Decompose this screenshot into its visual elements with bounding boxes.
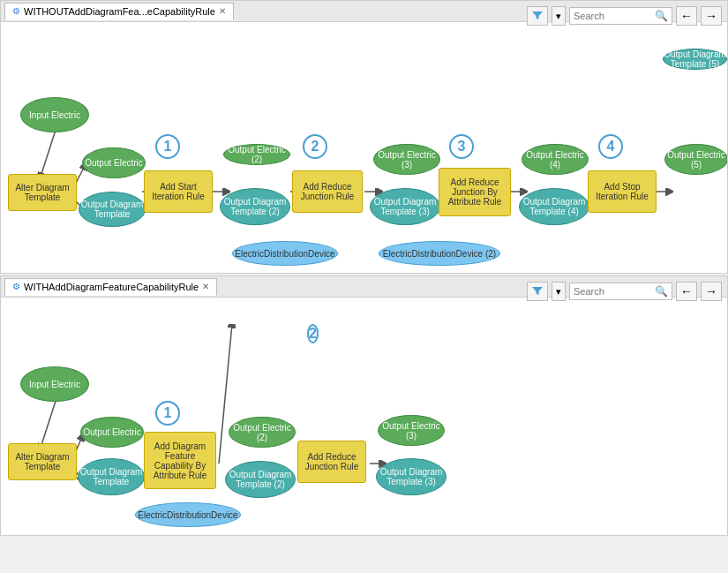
output-diagram-4-node[interactable]: Output Diagram Template (4)	[519, 188, 589, 225]
step-1-badge: 1	[155, 134, 180, 159]
add-stop-node[interactable]: Add Stop Iteration Rule	[588, 170, 657, 213]
b-output-diagram-2-node[interactable]: Output Diagram Template (2)	[225, 461, 296, 498]
step-4-badge: 4	[598, 134, 623, 159]
search-icon[interactable]: 🔍	[655, 10, 668, 22]
elec-dist-1-node[interactable]: ElectricDistributionDevice	[232, 241, 338, 266]
bottom-filter-button[interactable]	[527, 282, 548, 301]
output-electric-1-node[interactable]: Output Electric	[82, 147, 146, 178]
b-alter-diagram-node[interactable]: Alter Diagram Template	[8, 443, 77, 480]
b-input-electric-node[interactable]: Input Electric	[20, 366, 89, 402]
b-output-diagram-1-node[interactable]: Output Diagram Template	[78, 458, 145, 495]
top-panel: ⚙ WITHOUTAddDiagramFea...eCapabilityRule…	[0, 0, 728, 274]
top-toolbar: ▾ 🔍 ← →	[527, 6, 722, 26]
b-step-2-badge: 2	[307, 324, 319, 343]
bottom-canvas: Input Electric Alter Diagram Template Ou…	[1, 324, 727, 536]
b-step-1-badge: 1	[155, 401, 180, 426]
b-add-feat-node[interactable]: Add Diagram Feature Capability By Attrib…	[144, 432, 216, 489]
step-3-badge: 3	[449, 134, 474, 159]
top-tab-label: WITHOUTAddDiagramFea...eCapabilityRule	[24, 6, 215, 17]
output-electric-3-node[interactable]: Output Electric (3)	[373, 144, 440, 175]
top-tab[interactable]: ⚙ WITHOUTAddDiagramFea...eCapabilityRule…	[4, 3, 234, 20]
output-electric-5-node[interactable]: Output Electric (5)	[664, 144, 727, 175]
output-diagram-3-node[interactable]: Output Diagram Template (3)	[370, 188, 440, 225]
top-search-input[interactable]	[574, 11, 653, 21]
b-elec-dist-node[interactable]: ElectricDistributionDevice	[135, 502, 241, 527]
bottom-panel: ⚙ WITHAddDiagramFeatureCapabilityRule ✕ …	[0, 275, 728, 536]
bottom-search-input[interactable]	[574, 286, 653, 297]
output-diagram-2-node[interactable]: Output Diagram Template (2)	[220, 188, 290, 225]
bottom-toolbar: ▾ 🔍 ← →	[527, 282, 722, 301]
alter-diagram-node[interactable]: Alter Diagram Template	[8, 174, 77, 211]
bottom-search-icon[interactable]: 🔍	[655, 285, 668, 298]
top-nav-back[interactable]: ←	[676, 6, 697, 26]
top-search-box: 🔍	[569, 7, 672, 25]
filter-button[interactable]	[527, 6, 548, 26]
output-diagram-1-node[interactable]: Output Diagram Template	[79, 192, 146, 227]
bottom-tab-close[interactable]: ✕	[202, 282, 209, 291]
output-electric-4-node[interactable]: Output Electric (4)	[522, 144, 589, 175]
output-diagram-5-node[interactable]: Output Diagram Template (5)	[663, 49, 727, 70]
b-output-electric-2-node[interactable]: Output Electric (2)	[229, 417, 296, 448]
b-output-electric-3-node[interactable]: Output Electric (3)	[378, 415, 445, 446]
elec-dist-2-node[interactable]: ElectricDistributionDevice (2)	[379, 241, 500, 266]
bottom-nav-back[interactable]: ←	[676, 282, 697, 301]
step-2-badge: 2	[303, 134, 327, 159]
bottom-filter-dropdown[interactable]: ▾	[552, 282, 566, 301]
input-electric-node[interactable]: Input Electric	[20, 97, 89, 132]
svg-line-15	[219, 324, 232, 464]
bottom-tab-icon: ⚙	[12, 282, 20, 291]
top-tab-close[interactable]: ✕	[219, 6, 226, 16]
bottom-search-box: 🔍	[569, 283, 672, 300]
b-output-electric-1-node[interactable]: Output Electric	[80, 417, 144, 448]
bottom-tab[interactable]: ⚙ WITHAddDiagramFeatureCapabilityRule ✕	[4, 278, 217, 296]
add-reduce-node[interactable]: Add Reduce Junction Rule	[292, 170, 363, 213]
output-electric-2-node[interactable]: Output Electric (2)	[223, 144, 290, 165]
b-output-diagram-3-node[interactable]: Output Diagram Template (3)	[376, 458, 447, 495]
add-start-node[interactable]: Add Start Iteration Rule	[144, 170, 213, 213]
bottom-tab-label: WITHAddDiagramFeatureCapabilityRule	[24, 282, 199, 292]
top-canvas: Input Electric Alter Diagram Template Ou…	[1, 49, 727, 274]
filter-dropdown[interactable]: ▾	[552, 6, 566, 26]
top-nav-forward[interactable]: →	[701, 6, 722, 26]
tab-icon: ⚙	[12, 6, 20, 16]
add-reduce-attr-node[interactable]: Add Reduce Junction By Attribute Rule	[439, 168, 511, 216]
bottom-nav-forward[interactable]: →	[701, 282, 722, 301]
b-add-reduce-node[interactable]: Add Reduce Junction Rule	[297, 441, 366, 483]
